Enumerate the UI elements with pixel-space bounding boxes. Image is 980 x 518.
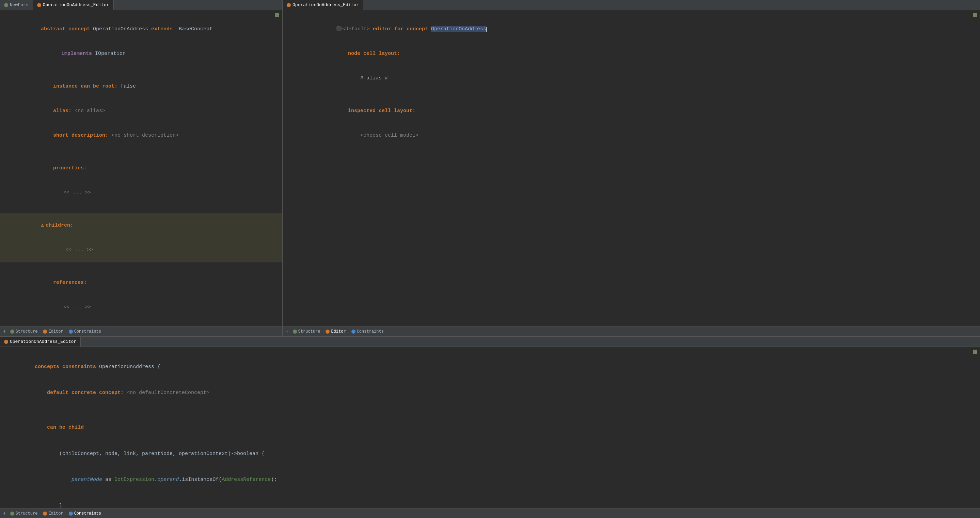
right-code-blank1 bbox=[293, 91, 970, 99]
constraints-icon-right bbox=[352, 330, 355, 334]
constraints-icon-left bbox=[69, 330, 73, 334]
bottom-line-1: concepts constraints OperationOnAddress … bbox=[10, 354, 970, 380]
code-line-references: references: bbox=[10, 271, 272, 295]
bottom-line-4: can be child bbox=[10, 415, 970, 441]
right-green-indicator bbox=[973, 13, 977, 17]
right-tab-bar: OperationOnAddress_Editor bbox=[283, 0, 980, 10]
tab-operation-editor-left[interactable]: OperationOnAddress_Editor bbox=[33, 0, 114, 10]
bottom-green-indicator bbox=[973, 350, 977, 354]
tab-operation-editor-right[interactable]: OperationOnAddress_Editor bbox=[283, 0, 363, 10]
left-constraints-btn[interactable]: Constraints bbox=[67, 328, 102, 335]
structure-icon-left bbox=[10, 330, 14, 334]
tab-operation-editor-bottom[interactable]: OperationOnAddress_Editor bbox=[0, 337, 81, 347]
bottom-line-2: default concrete concept: <no defaultCon… bbox=[10, 380, 970, 406]
right-editor-content: ⚫<default> editor for concept OperationO… bbox=[283, 10, 980, 327]
new-form-icon bbox=[4, 3, 8, 7]
structure-icon-bottom bbox=[10, 512, 14, 516]
code-line-refs-dots: << ... >> bbox=[10, 295, 272, 320]
code-line-children-dots: << ... >> bbox=[0, 238, 282, 262]
right-code-line-5: inspected cell layout: bbox=[293, 99, 970, 123]
left-editor-btn[interactable]: Editor bbox=[41, 328, 64, 335]
left-toolbar: + Structure Editor Constraints bbox=[0, 327, 282, 336]
right-code-line-2: node cell layout: bbox=[293, 41, 970, 66]
tab-new-form-label: NewForm bbox=[10, 2, 29, 8]
bottom-structure-label: Structure bbox=[16, 511, 38, 516]
operation-editor-right-icon bbox=[287, 3, 291, 7]
bottom-editor-label: Editor bbox=[48, 511, 63, 516]
editor-icon-right bbox=[326, 330, 329, 334]
bottom-blank1 bbox=[10, 406, 970, 415]
left-add-button[interactable]: + bbox=[3, 329, 6, 334]
right-code-line-1: ⚫<default> editor for concept OperationO… bbox=[293, 17, 970, 41]
code-line-instance: instance can be root: false bbox=[10, 74, 272, 99]
bottom-tab-bar: OperationOnAddress_Editor bbox=[0, 337, 980, 347]
code-line-children: ⚠children: bbox=[0, 214, 282, 238]
right-editor-label: Editor bbox=[331, 329, 345, 334]
code-line-1b: implements IOperation bbox=[10, 41, 272, 66]
left-tab-bar: NewForm OperationOnAddress_Editor bbox=[0, 0, 282, 10]
code-line-alias: alias: <no alias> bbox=[10, 99, 272, 123]
left-editor-content: abstract concept OperationOnAddress exte… bbox=[0, 10, 282, 327]
bottom-editor-content: concepts constraints OperationOnAddress … bbox=[0, 347, 980, 508]
constraints-icon-bottom bbox=[69, 512, 73, 516]
structure-icon-right bbox=[293, 330, 297, 334]
right-constraints-label: Constraints bbox=[357, 329, 384, 334]
left-structure-btn[interactable]: Structure bbox=[9, 328, 39, 335]
right-add-button[interactable]: + bbox=[285, 329, 289, 334]
code-line-blank3 bbox=[10, 205, 272, 214]
left-editor-label: Editor bbox=[48, 329, 63, 334]
right-structure-label: Structure bbox=[298, 329, 320, 334]
code-line-blank4 bbox=[10, 262, 272, 271]
editor-icon-left bbox=[43, 330, 47, 334]
code-line-short-desc: short description: <no short description… bbox=[10, 123, 272, 148]
left-constraints-label: Constraints bbox=[74, 329, 101, 334]
code-line-properties: properties: bbox=[10, 156, 272, 181]
bottom-line-7: } bbox=[10, 493, 970, 508]
right-code-line-6: <choose cell model> bbox=[293, 123, 970, 148]
bottom-editor-btn[interactable]: Editor bbox=[41, 510, 64, 516]
left-structure-label: Structure bbox=[16, 329, 38, 334]
bottom-add-button[interactable]: + bbox=[3, 511, 6, 516]
right-code-line-3: # alias # bbox=[293, 66, 970, 91]
right-constraints-btn[interactable]: Constraints bbox=[350, 328, 385, 335]
text-cursor bbox=[486, 27, 487, 32]
tab-operation-editor-left-label: OperationOnAddress_Editor bbox=[43, 2, 109, 8]
code-line-props-dots: << ... >> bbox=[10, 181, 272, 205]
tab-operation-editor-bottom-label: OperationOnAddress_Editor bbox=[10, 339, 76, 344]
right-toolbar: + Structure Editor Constraints bbox=[283, 327, 980, 336]
bottom-structure-btn[interactable]: Structure bbox=[9, 510, 39, 516]
tab-new-form[interactable]: NewForm bbox=[0, 0, 33, 10]
left-green-indicator bbox=[275, 13, 279, 17]
tab-operation-editor-right-label: OperationOnAddress_Editor bbox=[293, 2, 359, 8]
operation-editor-bottom-icon bbox=[4, 340, 8, 344]
editor-icon-bottom bbox=[43, 512, 47, 516]
operation-editor-left-icon bbox=[37, 3, 41, 7]
bottom-toolbar: + Structure Editor Constraints bbox=[0, 508, 980, 518]
right-structure-btn[interactable]: Structure bbox=[291, 328, 322, 335]
code-line-blank1 bbox=[10, 66, 272, 74]
bottom-constraints-label: Constraints bbox=[74, 511, 101, 516]
bottom-line-6: parentNode as DotExpression.operand.isIn… bbox=[10, 467, 970, 493]
bottom-line-5: (childConcept, node, link, parentNode, o… bbox=[10, 441, 970, 467]
code-line-blank2 bbox=[10, 148, 272, 156]
right-editor-btn[interactable]: Editor bbox=[324, 328, 347, 335]
bottom-constraints-btn[interactable]: Constraints bbox=[67, 510, 102, 516]
code-line-1: abstract concept OperationOnAddress exte… bbox=[10, 17, 272, 41]
warning-icon: ⚠ bbox=[41, 223, 44, 228]
